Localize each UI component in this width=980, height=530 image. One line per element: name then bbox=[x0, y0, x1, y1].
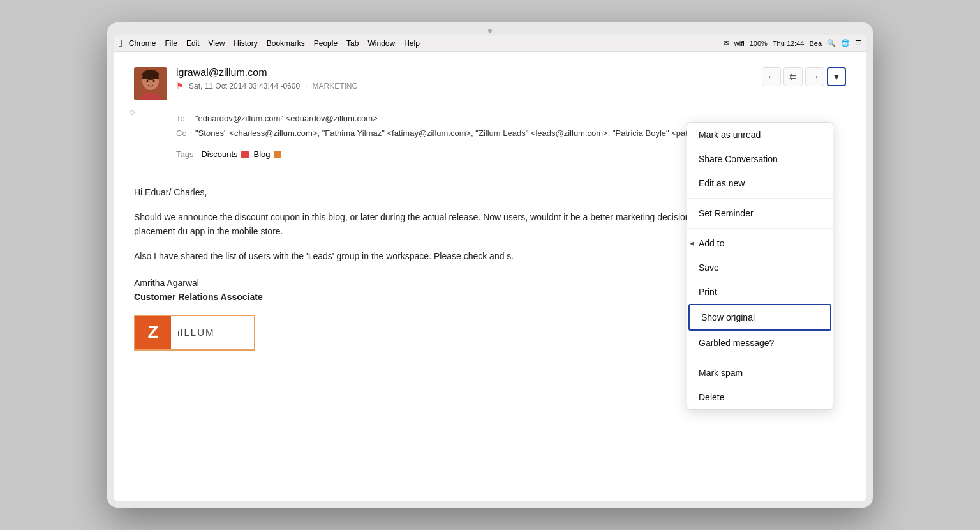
zillum-text: iILLUM bbox=[171, 325, 221, 340]
discounts-label: Discounts bbox=[201, 149, 237, 159]
menubar-tab[interactable]: Tab bbox=[346, 39, 359, 48]
svg-point-5 bbox=[153, 80, 155, 82]
to-label: To bbox=[176, 113, 195, 123]
menubar-globe-icon: 🌐 bbox=[841, 39, 850, 47]
mark-spam-item[interactable]: Mark spam bbox=[687, 361, 833, 385]
top-dot bbox=[488, 29, 492, 33]
zillum-logo: Z iILLUM bbox=[134, 315, 255, 351]
menubar-wifi-icon: wifi bbox=[734, 40, 745, 47]
print-item[interactable]: Print bbox=[687, 280, 833, 304]
show-original-item[interactable]: Show original bbox=[688, 304, 831, 331]
share-conversation-item[interactable]: Share Conversation bbox=[687, 147, 833, 171]
zillum-rest: ILLUM bbox=[180, 325, 214, 340]
edit-as-new-item[interactable]: Edit as new bbox=[687, 171, 833, 195]
email-header: igrawal@zillum.com ⚑ Sat, 11 Oct 2014 03… bbox=[134, 67, 846, 100]
save-item[interactable]: Save bbox=[687, 255, 833, 280]
add-to-item[interactable]: Add to bbox=[687, 231, 833, 255]
sender-meta: ⚑ Sat, 11 Oct 2014 03:43:44 -0600 · MARK… bbox=[176, 81, 846, 91]
menubar-gmail-icon: ✉ bbox=[724, 39, 729, 47]
apple-menu[interactable]:  bbox=[119, 38, 122, 49]
laptop-shell:  Chrome File Edit View History Bookmark… bbox=[107, 22, 873, 508]
menubar-view[interactable]: View bbox=[209, 39, 225, 48]
zillum-z-letter: Z bbox=[135, 315, 171, 351]
menubar-chrome[interactable]: Chrome bbox=[129, 39, 156, 48]
menubar-bookmarks[interactable]: Bookmarks bbox=[267, 39, 305, 48]
menubar-right: ✉ wifi 100% Thu 12:44 Bea 🔍 🌐 ☰ bbox=[724, 39, 861, 47]
reply-button[interactable]: ← bbox=[762, 67, 781, 86]
more-options-button[interactable]: ▼ bbox=[827, 67, 846, 86]
blog-dot bbox=[274, 151, 281, 158]
flag-icon: ⚑ bbox=[176, 81, 184, 91]
reply-all-button[interactable]: ⇇ bbox=[783, 67, 803, 86]
avatar bbox=[134, 67, 167, 100]
sender-email: igrawal@zillum.com bbox=[176, 67, 846, 79]
divider-2 bbox=[687, 228, 833, 229]
menubar:  Chrome File Edit View History Bookmark… bbox=[114, 35, 866, 52]
menubar-people[interactable]: People bbox=[314, 39, 338, 48]
svg-point-4 bbox=[147, 80, 149, 82]
discounts-dot bbox=[241, 151, 249, 158]
delete-item[interactable]: Delete bbox=[687, 385, 833, 409]
garbled-message-item[interactable]: Garbled message? bbox=[687, 331, 833, 355]
menubar-help[interactable]: Help bbox=[404, 39, 420, 48]
menubar-battery: 100% bbox=[750, 40, 768, 47]
menubar-time: Thu 12:44 bbox=[773, 40, 805, 47]
category-badge: MARKETING bbox=[312, 82, 357, 91]
menubar-user: Bea bbox=[809, 40, 822, 47]
screen:  Chrome File Edit View History Bookmark… bbox=[114, 35, 866, 501]
email-container: igrawal@zillum.com ⚑ Sat, 11 Oct 2014 03… bbox=[114, 52, 866, 501]
divider-3 bbox=[687, 358, 833, 358]
cc-label: Cc bbox=[176, 128, 195, 138]
expand-icon[interactable]: ○ bbox=[129, 107, 135, 118]
tags-label: Tags bbox=[176, 149, 193, 159]
separator: · bbox=[305, 82, 307, 91]
mark-unread-item[interactable]: Mark as unread bbox=[687, 123, 833, 147]
divider-1 bbox=[687, 198, 833, 199]
dropdown-menu: Mark as unread Share Conversation Edit a… bbox=[687, 122, 833, 410]
menubar-window[interactable]: Window bbox=[368, 39, 395, 48]
email-actions: ← ⇇ → ▼ bbox=[762, 67, 846, 86]
email-date: Sat, 11 Oct 2014 03:43:44 -0600 bbox=[189, 82, 300, 91]
menubar-history[interactable]: History bbox=[234, 39, 257, 48]
sender-info: igrawal@zillum.com ⚑ Sat, 11 Oct 2014 03… bbox=[176, 67, 846, 91]
menubar-edit[interactable]: Edit bbox=[186, 39, 200, 48]
menubar-search-icon[interactable]: 🔍 bbox=[827, 39, 836, 47]
blog-label: Blog bbox=[254, 149, 271, 159]
menubar-list-icon: ☰ bbox=[855, 39, 861, 47]
forward-button[interactable]: → bbox=[805, 67, 824, 86]
menubar-file[interactable]: File bbox=[165, 39, 177, 48]
menubar-items: Chrome File Edit View History Bookmarks … bbox=[129, 39, 724, 48]
tag-discounts[interactable]: Discounts bbox=[201, 149, 248, 159]
tag-blog[interactable]: Blog bbox=[254, 149, 281, 159]
set-reminder-item[interactable]: Set Reminder bbox=[687, 201, 833, 225]
